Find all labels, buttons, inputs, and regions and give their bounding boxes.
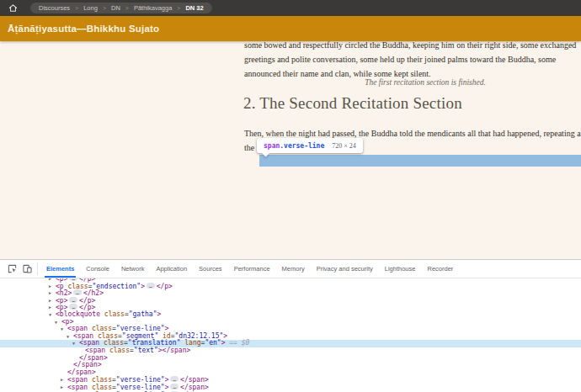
page-title: Āṭānāṭiyasutta—Bhikkhu Sujato <box>8 24 159 34</box>
breadcrumb-item[interactable]: Discourses <box>39 4 70 12</box>
devtools-tree-row[interactable]: ▶<p>…</p> <box>0 297 581 305</box>
inspect-element-button[interactable] <box>4 260 19 278</box>
collapsed-content-ellipsis[interactable]: … <box>69 304 77 310</box>
expand-arrow-icon[interactable]: ▶ <box>49 297 51 305</box>
site-topbar: Discourses>Long>DN>Pāthikavagga>DN 32 <box>0 0 581 16</box>
expand-arrow-icon[interactable]: ▶ <box>49 304 51 311</box>
devtools-tab-recorder[interactable]: Recorder <box>421 260 459 278</box>
breadcrumb-separator: > <box>177 5 180 11</box>
collapsed-content-ellipsis[interactable]: … <box>69 278 77 281</box>
code-token: class <box>104 310 125 318</box>
devtools-tab-lighthouse[interactable]: Lighthouse <box>379 260 422 278</box>
collapsed-content-ellipsis[interactable]: … <box>147 283 155 289</box>
section-heading: 2. The Second Recitation Section <box>243 94 462 113</box>
devtools-tab-memory[interactable]: Memory <box>276 260 311 278</box>
collapsed-content-ellipsis[interactable]: … <box>69 297 77 303</box>
devtools-toolbar: ElementsConsoleNetworkApplicationSources… <box>0 260 581 278</box>
devtools-tab-sources[interactable]: Sources <box>193 260 228 278</box>
devtools-tab-console[interactable]: Console <box>80 260 115 278</box>
devtools-tree-row[interactable]: ▶<p class="endsection">…</p> <box>0 283 581 290</box>
home-icon <box>8 3 18 13</box>
devtools-elements-tree: ▶<p>…</p>▶<p class="endsection">…</p>▶<h… <box>0 278 581 392</box>
devtools-tree-row[interactable]: ▶<span class="verse-line">…</span> <box>0 376 581 384</box>
text-line: greetings and polite conversation, some … <box>244 52 581 66</box>
code-token: </span> <box>163 347 191 354</box>
device-toolbar-icon <box>23 264 32 273</box>
collapse-arrow-icon[interactable]: ▼ <box>61 326 63 333</box>
collapse-arrow-icon[interactable]: ▼ <box>55 319 57 326</box>
code-token: </span> <box>67 368 96 376</box>
code-token: "gatha" <box>129 310 157 318</box>
endsection-note: The first recitation section is finished… <box>244 78 581 87</box>
breadcrumb-item[interactable]: Long <box>83 4 98 12</box>
inspect-tooltip: span.verse-line 720 × 24 <box>257 138 363 153</box>
paragraph-recitation-end: some bowed and respectfully circled the … <box>244 38 581 81</box>
expand-arrow-icon[interactable]: ▶ <box>61 376 63 384</box>
collapse-arrow-icon[interactable]: ▼ <box>49 311 51 319</box>
collapsed-content-ellipsis[interactable]: … <box>170 384 179 389</box>
expand-arrow-icon[interactable]: ▶ <box>49 289 51 297</box>
collapsed-content-ellipsis[interactable]: … <box>73 289 82 295</box>
breadcrumb-item[interactable]: DN 32 <box>185 4 203 12</box>
devtools-tab-elements[interactable]: Elements <box>40 260 80 278</box>
collapsed-content-ellipsis[interactable]: … <box>170 376 179 382</box>
breadcrumb-separator: > <box>125 5 129 11</box>
tooltip-tag-name: span <box>264 142 280 150</box>
devtools-tree-row[interactable]: </span> <box>0 369 581 377</box>
breadcrumb-separator: > <box>75 5 78 11</box>
expand-arrow-icon[interactable]: ▶ <box>49 283 51 290</box>
tooltip-dimensions: 720 × 24 <box>332 142 356 150</box>
devtools-tab-application[interactable]: Application <box>150 260 193 278</box>
breadcrumb-separator: > <box>103 5 106 11</box>
home-button[interactable] <box>6 2 19 15</box>
devtools-tree-row[interactable]: ▶<h2>…</h2> <box>0 289 581 297</box>
breadcrumb: Discourses>Long>DN>Pāthikavagga>DN 32 <box>30 3 212 13</box>
breadcrumb-item[interactable]: DN <box>111 4 120 12</box>
device-toolbar-button[interactable] <box>19 260 35 278</box>
code-token: class <box>109 347 130 354</box>
breadcrumb-item[interactable]: Pāthikavagga <box>134 4 172 12</box>
devtools-panel: ElementsConsoleNetworkApplicationSources… <box>0 259 581 392</box>
inspect-element-icon <box>8 264 17 273</box>
tooltip-class-name: .verse-line <box>280 142 324 150</box>
devtools-tab-performance[interactable]: Performance <box>228 260 276 278</box>
code-token: == $0 <box>225 339 249 347</box>
tooltip-selector: span.verse-line <box>264 142 324 150</box>
code-token: > <box>157 310 161 318</box>
inspect-highlight-overlay <box>259 155 581 167</box>
code-token: "text" <box>134 347 158 354</box>
devtools-tree-row[interactable]: ▶<span class="verse-line">…</span> <box>0 384 581 391</box>
expand-arrow-icon[interactable]: ▶ <box>61 384 63 391</box>
devtools-tab-network[interactable]: Network <box>115 260 151 278</box>
devtools-tabs: ElementsConsoleNetworkApplicationSources… <box>40 260 459 278</box>
code-token: "en" <box>205 339 221 347</box>
devtools-tab-privacy-and-security[interactable]: Privacy and security <box>311 260 379 278</box>
collapse-arrow-icon[interactable]: ▼ <box>67 333 69 341</box>
toolbar-divider <box>37 262 38 275</box>
collapse-arrow-icon[interactable]: ▼ <box>72 340 75 347</box>
sutta-header: Āṭānāṭiyasutta—Bhikkhu Sujato <box>0 16 581 41</box>
browser-window: Discourses>Long>DN>Pāthikavagga>DN 32 Āṭ… <box>0 0 581 392</box>
page-content: some bowed and respectfully circled the … <box>0 16 581 259</box>
devtools-tree-row[interactable]: ▼<blockquote class="gatha"> <box>0 311 581 319</box>
